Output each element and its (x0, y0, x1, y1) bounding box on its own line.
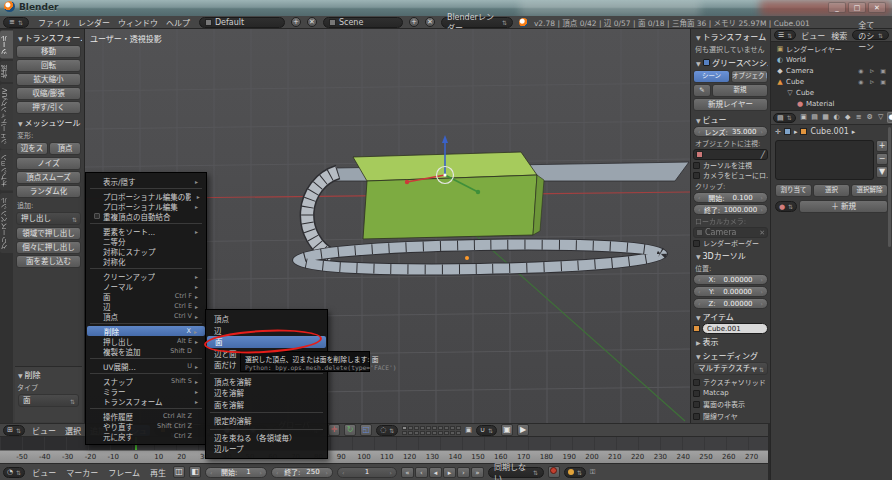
view-panel-header[interactable]: ビュー (693, 112, 768, 126)
playback-button[interactable]: ▸ (443, 467, 456, 478)
layer-cell[interactable] (456, 426, 461, 430)
gpencil-draw-icon[interactable]: ✎ (693, 84, 711, 97)
add-scene-button[interactable]: + (409, 17, 419, 27)
deform-tool-button[interactable]: 頂点 (49, 142, 81, 155)
shading-mode-dropdown[interactable]: マルチテクスチャ (693, 362, 768, 375)
snap-dropdown[interactable]: ∪ (476, 425, 497, 436)
transform-tool-button[interactable]: 回転 (16, 59, 81, 72)
view3d-editor-selector[interactable]: ⊞ (3, 425, 25, 436)
outliner-display-mode[interactable]: 全てのシーン (852, 30, 889, 40)
outliner-row[interactable]: ◐ World ◉ ⊳ ▣ (773, 54, 890, 65)
delete-scene-button[interactable]: ✕ (425, 17, 435, 27)
lock-cursor-checkbox[interactable]: カーソルを注視 (693, 160, 768, 170)
delete-submenu-item[interactable]: 限定的溶解 (206, 415, 327, 427)
playback-button[interactable]: ‹ (415, 467, 428, 478)
delete-submenu-item[interactable]: 面を溶解 (206, 399, 327, 411)
layer-cell[interactable] (432, 431, 437, 435)
context-menu-item[interactable]: 元に戻す Ctrl Z (86, 431, 206, 441)
outliner-row[interactable]: ▽ Cube ◉ ⊳ ▣ (773, 87, 890, 98)
display-panel-header[interactable]: 表示 (693, 334, 768, 348)
assign-button[interactable]: 割り当て (775, 184, 812, 197)
material-slot-list[interactable] (775, 140, 874, 180)
shading-checkbox[interactable]: 隠線ワイヤ (693, 411, 768, 421)
properties-tab[interactable]: ▣ (799, 112, 809, 123)
new-layer-button[interactable]: 新規レイヤー (693, 98, 768, 111)
context-menu-item[interactable]: ミラー (86, 386, 206, 396)
context-menu-item[interactable]: プロポーショナル編集 (86, 201, 206, 211)
outliner-editor-selector[interactable]: ☰ (774, 30, 796, 40)
tool-shelf-tab[interactable]: 作成 (0, 61, 13, 82)
object-name-field[interactable]: Cube.001 (702, 323, 768, 334)
layer-cell[interactable] (408, 426, 413, 430)
layer-cell[interactable] (444, 431, 449, 435)
lock-object-field[interactable]: ╱ (693, 149, 768, 160)
shading-checkbox[interactable]: テクスチャソリッド (693, 377, 768, 387)
timeline-menu[interactable]: フレーム (105, 467, 143, 478)
screen-layout-selector[interactable]: Default (199, 17, 285, 28)
layer-cell[interactable] (444, 426, 449, 430)
context-menu-item[interactable]: 押し出し Alt E (86, 336, 206, 346)
window-control-button[interactable]: □ (848, 2, 866, 13)
timeline-ruler[interactable]: -50-40-30-20-100102030405060708090100110… (0, 450, 768, 463)
properties-tab[interactable]: ◆ (843, 112, 853, 123)
layer-cell[interactable] (426, 426, 431, 430)
slot-specials-button[interactable]: ▼ (876, 166, 888, 178)
add-slot-button[interactable]: + (876, 140, 888, 152)
properties-tab[interactable]: ⚙ (865, 112, 875, 123)
delete-type-dropdown[interactable]: 面 (18, 394, 79, 407)
timeline-menu[interactable]: マーカー (63, 467, 101, 478)
context-menu-item[interactable]: 要素をソート... (86, 226, 206, 236)
meshtools-panel-header[interactable]: メッシュツール (15, 115, 82, 129)
layer-cell[interactable] (414, 426, 419, 430)
delete-layout-button[interactable]: ✕ (307, 17, 317, 27)
transform-tool-button[interactable]: 収縮/膨張 (16, 87, 81, 100)
topbar-menu[interactable]: ファイル (35, 17, 73, 28)
visibility-toggles[interactable]: ◉ ⊳ ▣ (858, 67, 890, 74)
context-menu-item[interactable]: 重複頂点の自動結合 (86, 211, 206, 221)
clip-end-slider[interactable]: ‹終了:1000.000› (693, 204, 768, 215)
topbar-menu[interactable]: ウィンドウ (115, 17, 161, 28)
tool-shelf-tab[interactable]: シェーディング/UV (0, 84, 13, 149)
properties-tab[interactable]: ▽ (876, 112, 886, 123)
window-control-button[interactable]: _ (828, 2, 846, 13)
properties-scrollbar[interactable] (888, 127, 891, 247)
deform-tool-button[interactable]: ノイズ (16, 157, 81, 170)
lock-time-button[interactable]: ◧ (189, 466, 201, 478)
layer-grid[interactable] (402, 426, 461, 435)
transform-panel-header[interactable]: トランスフォーム (15, 30, 82, 44)
context-menu-item[interactable]: 操作履歴 Ctrl Alt Z (86, 411, 206, 421)
tool-shelf-tab[interactable]: グリースペンシル (0, 193, 13, 253)
context-menu-item[interactable]: 表示/隠す (86, 176, 206, 186)
playback-button[interactable]: › (457, 467, 470, 478)
current-frame-field[interactable]: ‹1› (337, 467, 397, 478)
properties-tab[interactable]: ▦ (821, 112, 831, 123)
properties-tab[interactable]: ≡ (854, 112, 864, 123)
gpencil-object-toggle[interactable]: オブジェクト (731, 70, 768, 83)
eyedropper-icon[interactable]: ╱ (761, 151, 765, 159)
window-control-button[interactable]: ✕ (868, 2, 886, 13)
deselect-button[interactable]: 選択解除 (851, 184, 888, 197)
context-menu-item[interactable]: 頂点 Ctrl V (86, 311, 206, 321)
tool-shelf-tab[interactable]: ツール (0, 31, 13, 59)
context-menu-item[interactable]: 辺 Ctrl E (86, 301, 206, 311)
sync-dropdown[interactable]: 同期しない (488, 467, 544, 478)
material-browse-dropdown[interactable]: ● (775, 201, 797, 212)
context-menu-item[interactable]: プロポーショナル編集の影響減衰タイプ (86, 191, 206, 201)
layer-cell[interactable] (450, 431, 455, 435)
shading-panel-header[interactable]: シェーディング (693, 348, 768, 362)
new-material-button[interactable]: ＋ 新規 (799, 200, 888, 213)
layer-cell[interactable] (402, 431, 407, 435)
lock-camera-checkbox[interactable]: カメラをビューにロ... (693, 170, 768, 180)
breadcrumb-object-name[interactable]: Cube.001 (810, 127, 848, 136)
add-layout-button[interactable]: + (291, 17, 301, 27)
cursor3d-panel-header[interactable]: 3Dカーソル (693, 248, 768, 262)
render-opengl-button[interactable]: ▣ (501, 424, 513, 436)
outliner-menu[interactable]: ビュー (800, 30, 826, 41)
lens-slider[interactable]: ‹レンズ:35.000› (693, 126, 768, 137)
proportional-edit-dropdown[interactable]: ◌ (376, 425, 398, 436)
context-menu-item[interactable]: トランスフォーム (86, 396, 206, 406)
scene-selector[interactable]: Scene (323, 17, 403, 28)
layer-cell[interactable] (432, 426, 437, 430)
outliner-menu[interactable]: 検索 (830, 30, 848, 41)
context-menu-item[interactable]: スナップ Shift S (86, 376, 206, 386)
